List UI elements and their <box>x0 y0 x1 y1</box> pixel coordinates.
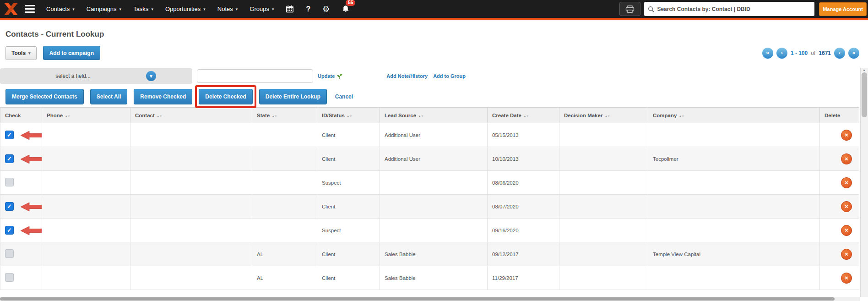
table-header-row: Check Phone▲▼ Contact▲▼ State▲▼ ID/Statu… <box>0 108 859 123</box>
cell-delete: × <box>820 171 859 195</box>
update-link[interactable]: Update <box>318 73 343 79</box>
gear-icon[interactable]: ⚙ <box>316 0 336 19</box>
nav-item-contacts[interactable]: Contacts▾ <box>40 0 81 19</box>
cell-create-date: 08/07/2020 <box>488 195 559 219</box>
header-company[interactable]: Company▲▼ <box>648 108 820 123</box>
cell-create-date: 09/12/2017 <box>488 242 559 266</box>
row-delete-button[interactable]: × <box>841 130 852 141</box>
cell-id-status: Suspect <box>317 171 380 195</box>
header-create-date[interactable]: Create Date▲▼ <box>488 108 559 123</box>
cell-state: AL <box>252 242 317 266</box>
row-checkbox[interactable]: ✓ <box>5 154 14 163</box>
x-icon: × <box>845 275 848 281</box>
x-icon: × <box>845 180 848 186</box>
row-delete-button[interactable]: × <box>841 273 852 284</box>
sort-icons[interactable]: ▲▼ <box>157 115 162 118</box>
contact-row: ALClientSales Babble09/12/2017Temple Vie… <box>0 242 859 266</box>
prev-page-button[interactable]: ‹ <box>776 48 787 59</box>
nav-item-campaigns[interactable]: Campaigns▾ <box>81 0 127 19</box>
sort-icons[interactable]: ▲▼ <box>678 115 684 118</box>
cell-id-status: Client <box>317 147 380 171</box>
remove-checked-button[interactable]: Remove Checked <box>134 89 192 104</box>
header-decision-maker[interactable]: Decision Maker▲▼ <box>559 108 648 123</box>
row-delete-button[interactable]: × <box>841 177 852 188</box>
top-navigation: Contacts▾ Campaigns▾ Tasks▾ Opportunitie… <box>0 0 868 20</box>
cell-company <box>648 266 820 290</box>
cell-decision-maker <box>559 266 648 290</box>
header-phone[interactable]: Phone▲▼ <box>42 108 130 123</box>
cell-contact <box>130 242 252 266</box>
app-logo-icon[interactable] <box>0 0 22 19</box>
contacts-table: Check Phone▲▼ Contact▲▼ State▲▼ ID/Statu… <box>0 107 859 290</box>
next-page-button[interactable]: › <box>834 48 845 59</box>
horizontal-scrollbar-thumb[interactable] <box>0 297 835 301</box>
row-checkbox[interactable]: ✓ <box>5 131 14 139</box>
cell-delete: × <box>820 242 859 266</box>
vertical-scrollbar[interactable]: ▲ <box>860 68 868 297</box>
field-select-dropdown[interactable]: select a field... ▼ <box>0 68 192 84</box>
nav-item-tasks[interactable]: Tasks▾ <box>127 0 159 19</box>
chevron-down-icon: ▾ <box>272 7 274 11</box>
calendar-icon[interactable] <box>280 0 300 19</box>
cell-id-status: Client <box>317 242 380 266</box>
row-delete-button[interactable]: × <box>841 201 852 212</box>
first-page-button[interactable]: « <box>762 48 773 59</box>
tools-button[interactable]: Tools▾ <box>5 46 37 60</box>
cell-id-status: Client <box>317 195 380 219</box>
chevron-down-icon: ▾ <box>119 7 122 11</box>
cell-delete: × <box>820 147 859 171</box>
delete-entire-lookup-button[interactable]: Delete Entire Lookup <box>259 89 327 104</box>
header-contact[interactable]: Contact▲▼ <box>130 108 252 123</box>
scroll-up-icon[interactable]: ▲ <box>863 68 866 71</box>
notifications-bell-icon[interactable]: 55 <box>336 0 356 19</box>
cell-phone <box>42 219 130 242</box>
print-button[interactable] <box>619 2 640 16</box>
cell-phone <box>42 195 130 219</box>
manage-account-button[interactable]: Manage Account <box>819 2 867 16</box>
row-checkbox[interactable]: ✓ <box>5 226 14 235</box>
add-to-campaign-button[interactable]: Add to campaign <box>43 46 100 60</box>
help-icon[interactable]: ? <box>300 0 316 19</box>
sort-icons[interactable]: ▲▼ <box>523 115 529 118</box>
header-id-status[interactable]: ID/Status▲▼ <box>317 108 380 123</box>
cell-decision-maker <box>559 195 648 219</box>
select-all-button[interactable]: Select All <box>90 89 128 104</box>
add-note-history-link[interactable]: Add Note/History <box>386 73 428 79</box>
menu-icon[interactable] <box>25 5 35 13</box>
row-checkbox[interactable] <box>5 249 14 258</box>
cell-id-status: Suspect <box>317 219 380 242</box>
delete-checked-button[interactable]: Delete Checked <box>199 89 252 104</box>
header-state[interactable]: State▲▼ <box>252 108 317 123</box>
sort-icons[interactable]: ▲▼ <box>65 115 70 118</box>
last-page-button[interactable]: » <box>848 48 859 59</box>
row-delete-button[interactable]: × <box>841 249 852 260</box>
cell-delete: × <box>820 123 859 147</box>
cell-delete: × <box>820 266 859 290</box>
sort-icons[interactable]: ▲▼ <box>418 115 423 118</box>
row-checkbox[interactable] <box>5 178 14 186</box>
cell-check <box>0 242 42 266</box>
field-value-input[interactable] <box>197 69 313 83</box>
dropdown-chevron-icon[interactable]: ▼ <box>146 71 156 81</box>
row-checkbox[interactable]: ✓ <box>5 202 14 211</box>
vertical-scrollbar-thumb[interactable] <box>862 72 867 117</box>
row-delete-button[interactable]: × <box>841 225 852 236</box>
header-delete: Delete <box>820 108 859 123</box>
nav-item-notes[interactable]: Notes▾ <box>212 0 244 19</box>
global-search-input[interactable] <box>644 2 814 16</box>
add-to-group-link[interactable]: Add to Group <box>433 73 466 79</box>
header-lead-source[interactable]: Lead Source▲▼ <box>380 108 488 123</box>
sort-icons[interactable]: ▲▼ <box>347 115 352 118</box>
sort-icons[interactable]: ▲▼ <box>604 115 610 118</box>
row-checkbox[interactable] <box>5 273 14 282</box>
cell-create-date: 08/06/2020 <box>488 171 559 195</box>
row-delete-button[interactable]: × <box>841 153 852 164</box>
nav-item-groups[interactable]: Groups▾ <box>244 0 280 19</box>
horizontal-scrollbar[interactable] <box>0 297 860 301</box>
sort-icons[interactable]: ▲▼ <box>271 115 277 118</box>
cell-check <box>0 266 42 290</box>
cancel-link[interactable]: Cancel <box>335 93 353 100</box>
merge-selected-contacts-button[interactable]: Merge Selected Contacts <box>5 89 84 104</box>
nav-item-opportunities[interactable]: Opportunities▾ <box>159 0 212 19</box>
cell-contact <box>130 219 252 242</box>
